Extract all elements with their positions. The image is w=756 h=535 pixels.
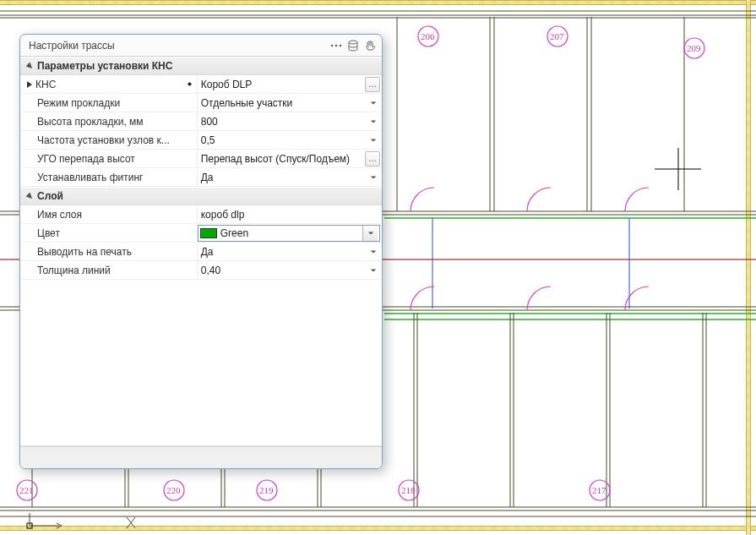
prop-print[interactable]: Выводить на печать Да	[20, 243, 382, 261]
prop-layer-name[interactable]: Имя слоя короб dlp	[20, 205, 382, 224]
prop-ugo-drop[interactable]: УГО перепада высот Перепад высот (Спуск/…	[20, 150, 382, 168]
dropdown-icon[interactable]	[367, 114, 380, 129]
category-label: Параметры установки КНС	[37, 60, 172, 72]
svg-point-54	[331, 44, 334, 46]
svg-point-55	[335, 44, 338, 46]
dropdown-icon[interactable]	[367, 133, 380, 148]
dropdown-icon[interactable]	[367, 263, 380, 278]
route-settings-panel: Настройки трассы Параметры установки КНС…	[19, 34, 383, 469]
color-combobox[interactable]: Green	[198, 225, 380, 242]
prop-label: Цвет	[37, 224, 60, 242]
prop-node-freq[interactable]: Частота установки узлов к... 0,5	[20, 131, 382, 150]
category-params-knc[interactable]: Параметры установки КНС	[20, 57, 382, 75]
panel-title-bar[interactable]: Настройки трассы	[20, 35, 382, 57]
prop-value: короб dlp	[201, 205, 245, 224]
svg-point-56	[340, 44, 342, 46]
prop-label: УГО перепада высот	[37, 150, 135, 167]
prop-value: 0,40	[201, 261, 220, 280]
dropdown-icon[interactable]	[367, 170, 380, 185]
prop-value: 800	[201, 112, 218, 131]
prop-label: Толщина линий	[37, 261, 111, 279]
room-label: 217	[592, 485, 606, 495]
row-pointer-icon	[25, 80, 34, 89]
prop-value: Короб DLP	[201, 75, 253, 94]
browse-button[interactable]: …	[365, 151, 380, 167]
prop-label: КНС	[35, 75, 56, 93]
prop-lay-mode[interactable]: Режим прокладки Отдельные участки	[20, 94, 382, 112]
color-swatch	[200, 228, 217, 238]
prop-line-width[interactable]: Толщина линий 0,40	[20, 261, 382, 280]
prop-label: Выводить на печать	[37, 243, 132, 260]
prop-label: Имя слоя	[37, 205, 82, 223]
hand-icon[interactable]	[363, 39, 377, 52]
browse-button[interactable]: …	[365, 77, 380, 92]
dots-icon[interactable]	[329, 39, 343, 52]
room-label: 206	[421, 31, 435, 41]
prop-value: Перепад высот (Спуск/Подъем)	[201, 150, 350, 168]
category-label: Слой	[37, 190, 63, 202]
room-label: 209	[687, 43, 701, 53]
prop-knc[interactable]: КНС Короб DLP …	[20, 75, 382, 94]
collapse-icon	[24, 60, 35, 72]
prop-value: Да	[201, 243, 214, 261]
prop-value: Да	[201, 168, 214, 187]
room-label: 220	[166, 485, 181, 495]
prop-label: Высота прокладки, мм	[37, 112, 144, 130]
prop-color[interactable]: Цвет Green	[20, 224, 382, 243]
room-label: 221	[19, 485, 34, 495]
room-label: 219	[259, 485, 274, 495]
room-label: 207	[550, 31, 564, 41]
prop-value: Отдельные участки	[201, 94, 293, 112]
diamond-icon	[186, 80, 193, 88]
dropdown-icon[interactable]	[367, 96, 380, 111]
prop-label: Устанавливать фитинг	[37, 168, 143, 186]
prop-install-fitting[interactable]: Устанавливать фитинг Да	[20, 168, 382, 187]
dropdown-icon[interactable]	[367, 244, 380, 259]
prop-label: Частота установки узлов к...	[37, 131, 170, 149]
svg-point-57	[349, 41, 357, 44]
database-icon[interactable]	[346, 39, 360, 52]
panel-title: Настройки трассы	[29, 35, 115, 57]
prop-lay-height[interactable]: Высота прокладки, мм 800	[20, 112, 382, 131]
category-layer[interactable]: Слой	[20, 187, 382, 205]
prop-value: Green	[220, 224, 248, 243]
prop-label: Режим прокладки	[37, 94, 120, 112]
room-label: 218	[401, 485, 416, 495]
dropdown-icon[interactable]	[362, 226, 378, 241]
property-grid: Параметры установки КНС КНС Короб DLP … …	[20, 57, 382, 446]
panel-footer	[20, 446, 382, 468]
svg-rect-58	[188, 82, 192, 86]
collapse-icon	[24, 190, 35, 202]
prop-value: 0,5	[201, 131, 215, 150]
